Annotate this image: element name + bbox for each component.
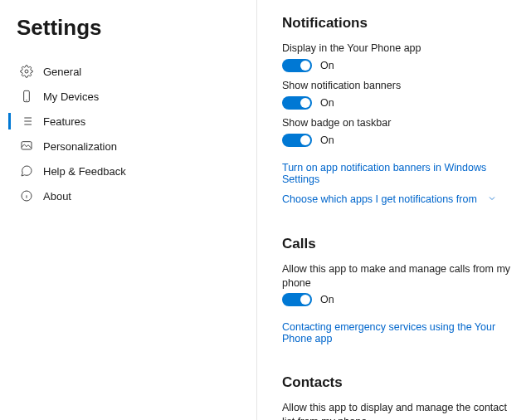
sidebar-item-help-feedback[interactable]: Help & Feedback bbox=[15, 159, 256, 183]
toggle-display-in-app[interactable] bbox=[282, 59, 312, 72]
sidebar-item-label: My Devices bbox=[43, 90, 99, 103]
section-notifications: Notifications Display in the Your Phone … bbox=[282, 15, 514, 206]
section-contacts: Contacts Allow this app to display and m… bbox=[282, 374, 514, 420]
page-title: Settings bbox=[17, 15, 256, 41]
link-choose-apps[interactable]: Choose which apps I get notifications fr… bbox=[282, 193, 497, 206]
toggle-state: On bbox=[320, 294, 334, 305]
settings-content: Notifications Display in the Your Phone … bbox=[257, 0, 531, 420]
setting-label: Display in the Your Phone app bbox=[282, 42, 514, 56]
section-title: Contacts bbox=[282, 374, 514, 391]
list-icon bbox=[20, 115, 33, 128]
link-windows-notification-settings[interactable]: Turn on app notification banners in Wind… bbox=[282, 162, 514, 185]
feedback-icon bbox=[20, 164, 33, 178]
chevron-down-icon bbox=[487, 193, 497, 206]
sidebar-item-about[interactable]: About bbox=[15, 183, 256, 208]
setting-label: Allow this app to display and manage the… bbox=[282, 401, 514, 420]
link-text: Choose which apps I get notifications fr… bbox=[282, 193, 477, 205]
link-emergency-services[interactable]: Contacting emergency services using the … bbox=[282, 321, 514, 344]
setting-label: Show notification banners bbox=[282, 79, 514, 93]
setting-allow-contacts: Allow this app to display and manage the… bbox=[282, 401, 514, 420]
sidebar-item-my-devices[interactable]: My Devices bbox=[15, 84, 256, 109]
sidebar-nav: General My Devices Features Personalizat… bbox=[15, 59, 256, 208]
personalization-icon bbox=[20, 139, 33, 153]
toggle-notification-banners[interactable] bbox=[282, 96, 312, 110]
setting-label: Show badge on taskbar bbox=[282, 116, 514, 130]
setting-allow-calls: Allow this app to make and manage calls … bbox=[282, 262, 514, 307]
sidebar-item-label: About bbox=[43, 190, 71, 203]
phone-icon bbox=[20, 90, 33, 103]
sidebar-item-label: Features bbox=[43, 115, 85, 128]
toggle-badge-taskbar[interactable] bbox=[282, 134, 312, 147]
sidebar-item-general[interactable]: General bbox=[15, 59, 256, 84]
settings-sidebar: Settings General My Devices Features Per… bbox=[0, 0, 257, 420]
section-title: Calls bbox=[282, 236, 514, 252]
sidebar-item-personalization[interactable]: Personalization bbox=[15, 134, 256, 159]
svg-point-0 bbox=[25, 70, 28, 73]
toggle-state: On bbox=[320, 134, 334, 146]
toggle-allow-calls[interactable] bbox=[282, 293, 312, 306]
setting-label: Allow this app to make and manage calls … bbox=[282, 262, 514, 291]
sidebar-item-label: General bbox=[43, 66, 81, 78]
sidebar-item-features[interactable]: Features bbox=[15, 109, 256, 134]
info-icon bbox=[20, 189, 33, 203]
sidebar-item-label: Personalization bbox=[43, 140, 117, 153]
section-title: Notifications bbox=[282, 15, 514, 32]
setting-notification-banners: Show notification banners On bbox=[282, 79, 514, 110]
setting-badge-taskbar: Show badge on taskbar On bbox=[282, 116, 514, 147]
section-calls: Calls Allow this app to make and manage … bbox=[282, 236, 514, 345]
toggle-state: On bbox=[320, 60, 334, 71]
toggle-state: On bbox=[320, 97, 334, 109]
gear-icon bbox=[20, 65, 33, 78]
setting-display-in-app: Display in the Your Phone app On bbox=[282, 42, 514, 72]
sidebar-item-label: Help & Feedback bbox=[43, 165, 126, 178]
